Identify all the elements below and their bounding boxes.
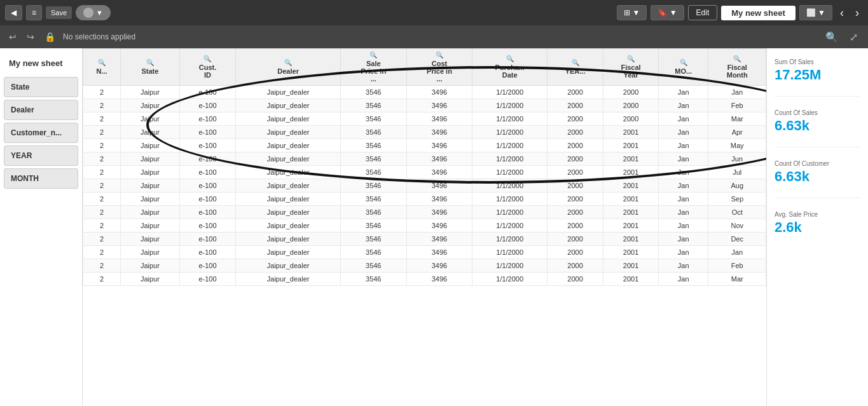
table-row[interactable]: 2Jaipure-100Jaipur_dealer354634961/1/200… xyxy=(83,246,766,259)
prev-sheet-button[interactable]: ‹ xyxy=(836,5,848,21)
cell-fiscal_month: Jul xyxy=(708,166,766,179)
menu-button[interactable]: ≡ xyxy=(26,5,42,20)
save-button[interactable]: Save xyxy=(46,6,72,19)
cell-mo: Jan xyxy=(659,139,708,152)
cell-purchase_date: 1/1/2000 xyxy=(472,86,548,99)
cell-mo: Jan xyxy=(659,273,708,286)
cell-cust_id: e-100 xyxy=(179,126,236,139)
kpi-divider-2 xyxy=(775,147,860,147)
selection-bar: ↩ ↪ 🔒 No selections applied 🔍 ⤢ xyxy=(0,25,868,48)
table-row[interactable]: 2Jaipure-100Jaipur_dealer354634961/1/200… xyxy=(83,219,766,233)
cell-dealer: Jaipur_dealer xyxy=(236,166,341,179)
cell-mo: Jan xyxy=(659,193,708,206)
filter-dealer[interactable]: Dealer xyxy=(4,100,78,120)
left-sidebar: My new sheet State Dealer Customer_n... … xyxy=(0,48,83,406)
col-header-dealer: 🔍 Dealer xyxy=(236,49,341,86)
cell-cust_id: e-100 xyxy=(179,166,236,179)
search-icon-N[interactable]: 🔍 xyxy=(98,59,106,66)
cell-n: 2 xyxy=(83,259,121,273)
table-row[interactable]: 2Jaipure-100Jaipur_dealer354634961/1/200… xyxy=(83,233,766,246)
table-row[interactable]: 2Jaipure-100Jaipur_dealer354634961/1/200… xyxy=(83,139,766,152)
table-row[interactable]: 2Jaipure-100Jaipur_dealer354634961/1/200… xyxy=(83,86,766,99)
search-icon-cust-id[interactable]: 🔍 xyxy=(203,55,211,62)
table-row[interactable]: 2Jaipure-100Jaipur_dealer354634961/1/200… xyxy=(83,112,766,126)
cell-fiscal_year: 2000 xyxy=(603,86,659,99)
cell-year: 2000 xyxy=(548,219,603,233)
redo-button[interactable]: ↪ xyxy=(24,30,37,43)
cell-cost_price: 3496 xyxy=(406,206,472,219)
cell-state: Jaipur xyxy=(121,219,179,233)
cell-state: Jaipur xyxy=(121,126,179,139)
cell-purchase_date: 1/1/2000 xyxy=(472,139,548,152)
search-icon-mo[interactable]: 🔍 xyxy=(680,59,687,66)
bookmark-button[interactable]: 🔖 ▼ xyxy=(651,5,684,20)
table-row[interactable]: 2Jaipure-100Jaipur_dealer354634961/1/200… xyxy=(83,152,766,166)
next-sheet-button[interactable]: › xyxy=(851,5,863,21)
cell-sale_price: 3546 xyxy=(340,166,406,179)
global-search-button[interactable]: 🔍 xyxy=(822,30,842,44)
cell-fiscal_month: Dec xyxy=(708,233,766,246)
undo-button[interactable]: ↩ xyxy=(6,30,19,43)
export-button[interactable]: ⬜ ▼ xyxy=(799,5,832,20)
col-title-cost-price: CostPrice in... xyxy=(427,60,452,83)
sheet-name-button[interactable]: My new sheet xyxy=(721,6,796,20)
col-title-fiscal-month: FiscalMonth xyxy=(727,64,748,79)
table-row[interactable]: 2Jaipure-100Jaipur_dealer354634961/1/200… xyxy=(83,259,766,273)
table-row[interactable]: 2Jaipure-100Jaipur_dealer354634961/1/200… xyxy=(83,206,766,219)
table-row[interactable]: 2Jaipure-100Jaipur_dealer354634961/1/200… xyxy=(83,273,766,286)
cell-cost_price: 3496 xyxy=(406,233,472,246)
search-icon-state[interactable]: 🔍 xyxy=(146,59,154,66)
search-icon-fiscal-year[interactable]: 🔍 xyxy=(627,55,635,62)
col-header-fiscal-year: 🔍 FiscalYear xyxy=(603,49,659,86)
kpi-avg-sale-price-label: Avg. Sale Price xyxy=(775,211,860,218)
search-icon-fiscal-month[interactable]: 🔍 xyxy=(733,55,741,62)
cell-cost_price: 3496 xyxy=(406,126,472,139)
cell-fiscal_month: Aug xyxy=(708,179,766,193)
table-row[interactable]: 2Jaipure-100Jaipur_dealer354634961/1/200… xyxy=(83,99,766,112)
filter-year[interactable]: YEAR xyxy=(4,145,78,166)
cell-n: 2 xyxy=(83,273,121,286)
filter-state[interactable]: State xyxy=(4,77,78,97)
cell-cost_price: 3496 xyxy=(406,179,472,193)
search-icon-cost-price[interactable]: 🔍 xyxy=(436,51,443,58)
cell-cost_price: 3496 xyxy=(406,86,472,99)
cell-fiscal_year: 2001 xyxy=(603,259,659,273)
search-icon-dealer[interactable]: 🔍 xyxy=(284,59,292,66)
cell-cust_id: e-100 xyxy=(179,259,236,273)
col-title-cust-id: Cust.ID xyxy=(199,64,217,79)
expand-button[interactable]: ⤢ xyxy=(846,30,862,44)
table-row[interactable]: 2Jaipure-100Jaipur_dealer354634961/1/200… xyxy=(83,179,766,193)
lock-button[interactable]: 🔒 xyxy=(42,30,58,43)
cell-n: 2 xyxy=(83,152,121,166)
edit-button[interactable]: Edit xyxy=(688,5,718,20)
cell-n: 2 xyxy=(83,246,121,259)
filter-month[interactable]: MONTH xyxy=(4,168,78,189)
table-row[interactable]: 2Jaipure-100Jaipur_dealer354634961/1/200… xyxy=(83,193,766,206)
filter-customer[interactable]: Customer_n... xyxy=(4,123,78,143)
col-header-state: 🔍 State xyxy=(121,49,179,86)
cell-year: 2000 xyxy=(548,112,603,126)
cell-mo: Jan xyxy=(659,219,708,233)
table-row[interactable]: 2Jaipure-100Jaipur_dealer354634961/1/200… xyxy=(83,166,766,179)
cell-n: 2 xyxy=(83,112,121,126)
tag-area: ▼ xyxy=(76,5,111,20)
cell-year: 2000 xyxy=(548,139,603,152)
cell-cust_id: e-100 xyxy=(179,219,236,233)
search-icon-purchase-date[interactable]: 🔍 xyxy=(506,55,514,62)
cell-fiscal_year: 2001 xyxy=(603,273,659,286)
cell-sale_price: 3546 xyxy=(340,139,406,152)
col-title-purchase-date: Purcha...Date xyxy=(495,64,524,79)
cell-cost_price: 3496 xyxy=(406,259,472,273)
cell-year: 2000 xyxy=(548,86,603,99)
back-button[interactable]: ◀ xyxy=(5,5,22,20)
layout-button[interactable]: ⊞ ▼ xyxy=(617,5,647,20)
main-content: My new sheet State Dealer Customer_n... … xyxy=(0,48,868,406)
search-icon-sale-price[interactable]: 🔍 xyxy=(369,51,377,58)
cell-cust_id: e-100 xyxy=(179,193,236,206)
kpi-divider-3 xyxy=(775,198,860,198)
col-header-cost-price: 🔍 CostPrice in... xyxy=(406,49,472,86)
table-row[interactable]: 2Jaipure-100Jaipur_dealer354634961/1/200… xyxy=(83,126,766,139)
cell-fiscal_month: Feb xyxy=(708,99,766,112)
cell-cust_id: e-100 xyxy=(179,99,236,112)
search-icon-year[interactable]: 🔍 xyxy=(572,59,579,66)
